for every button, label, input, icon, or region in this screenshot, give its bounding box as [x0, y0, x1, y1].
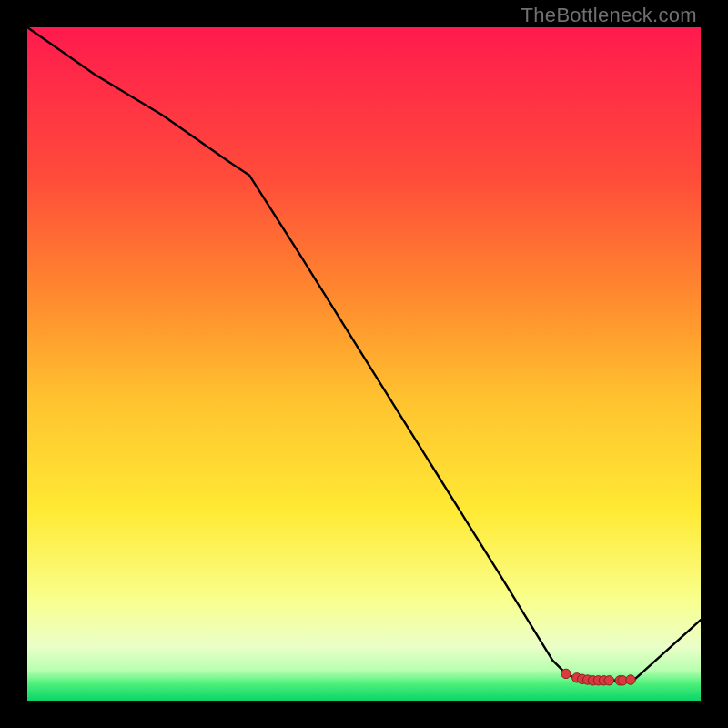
- plot-area: [27, 27, 701, 701]
- watermark-text: TheBottleneck.com: [521, 4, 697, 27]
- chart-svg: [27, 27, 701, 701]
- marker-point: [561, 669, 571, 678]
- marker-point: [626, 675, 635, 684]
- gradient-background: [27, 27, 701, 701]
- chart-frame: TheBottleneck.com: [0, 0, 728, 728]
- marker-point: [604, 676, 613, 685]
